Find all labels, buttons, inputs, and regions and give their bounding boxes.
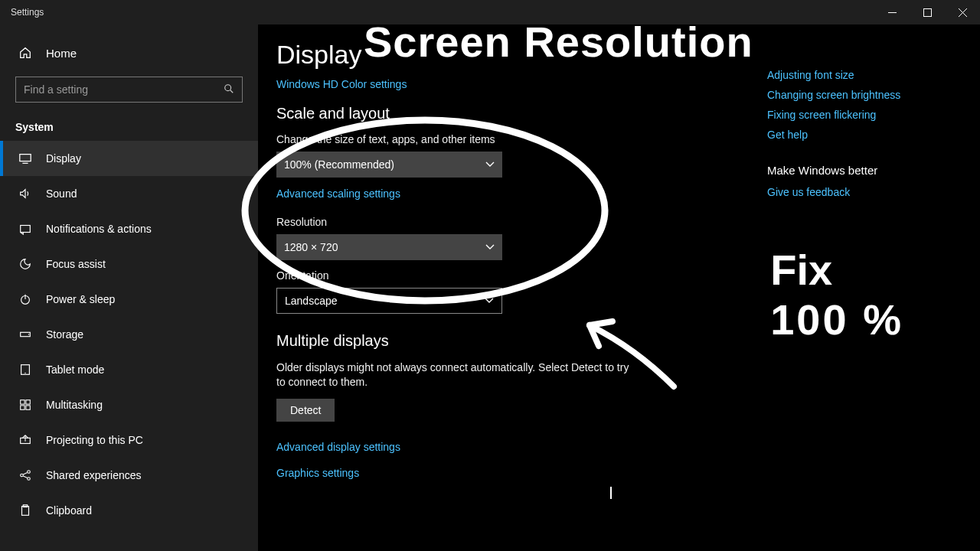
sidebar-item-label: Sound [46,187,77,200]
help-link-gethelp[interactable]: Get help [767,129,966,141]
sidebar-item-projecting[interactable]: Projecting to this PC [0,422,258,458]
svg-rect-16 [26,400,30,404]
right-column: Adjusting font size Changing screen brig… [767,24,966,206]
search-input[interactable]: Find a setting [15,77,243,103]
sidebar-item-tablet[interactable]: Tablet mode [0,352,258,387]
sidebar-item-focus-assist[interactable]: Focus assist [0,246,258,282]
advanced-scaling-link[interactable]: Advanced scaling settings [276,187,400,200]
svg-point-22 [28,478,31,481]
svg-rect-25 [22,507,29,516]
svg-line-24 [23,476,27,478]
orientation-value: Landscape [285,295,338,307]
sidebar-item-storage[interactable]: Storage [0,317,258,352]
orientation-label: Orientation [276,269,705,282]
scale-label: Change the size of text, apps, and other… [276,133,705,145]
chevron-down-icon [485,158,495,171]
window-title: Settings [0,7,874,18]
svg-point-20 [21,474,24,477]
scale-section-title: Scale and layout [276,105,705,122]
projecting-icon [18,433,32,447]
page-title: Display [276,40,705,70]
sidebar-item-label: Power & sleep [46,293,115,305]
hd-color-link[interactable]: Windows HD Color settings [276,78,407,90]
svg-rect-1 [923,8,931,16]
sidebar-item-power[interactable]: Power & sleep [0,282,258,317]
sidebar-home[interactable]: Home [0,38,258,67]
focus-assist-icon [18,257,32,271]
home-icon [18,46,32,60]
maximize-button[interactable] [910,0,945,24]
orientation-dropdown[interactable]: Landscape [276,288,502,314]
sidebar-item-label: Projecting to this PC [46,434,143,446]
resolution-label: Resolution [276,216,705,228]
feedback-link[interactable]: Give us feedback [767,186,966,198]
svg-point-21 [28,471,31,474]
svg-point-4 [225,84,231,90]
sidebar-group-label: System [0,110,258,141]
svg-rect-6 [20,155,31,161]
power-icon [18,292,32,306]
search-icon [224,83,234,96]
tablet-icon [18,363,32,377]
sidebar-item-label: Tablet mode [46,364,104,376]
svg-rect-17 [21,406,24,409]
sidebar-item-label: Focus assist [46,258,106,270]
help-link-fontsize[interactable]: Adjusting font size [767,69,966,81]
sound-icon [18,187,32,201]
sidebar-item-notifications[interactable]: Notifications & actions [0,211,258,246]
sidebar-item-multitasking[interactable]: Multitasking [0,387,258,422]
help-link-flickering[interactable]: Fixing screen flickering [767,109,966,121]
storage-icon [18,328,32,341]
sidebar-item-label: Multitasking [46,399,103,411]
svg-rect-15 [21,400,24,404]
display-icon [18,152,32,165]
sidebar-item-label: Notifications & actions [46,223,152,235]
svg-point-12 [28,334,29,334]
sidebar-item-label: Shared experiences [46,469,142,481]
help-link-brightness[interactable]: Changing screen brightness [767,89,966,101]
graphics-settings-link[interactable]: Graphics settings [276,467,359,479]
notifications-icon [18,222,32,236]
multiple-displays-desc: Older displays might not always connect … [276,360,636,390]
sidebar-item-display[interactable]: Display [0,141,258,176]
multiple-displays-title: Multiple displays [276,332,705,350]
sidebar-item-label: Storage [46,328,83,341]
search-placeholder: Find a setting [24,83,224,96]
scale-value: 100% (Recommended) [284,158,394,171]
sidebar-home-label: Home [46,47,77,60]
titlebar: Settings [0,0,980,24]
chevron-down-icon [485,295,494,307]
svg-rect-18 [26,406,30,409]
sidebar: Home Find a setting System Display Sound… [0,24,258,551]
resolution-dropdown[interactable]: 980 × 551 [276,234,502,260]
close-button[interactable] [945,0,980,24]
resolution-value: 980 × 551 [284,241,338,253]
multitasking-icon [18,398,32,412]
sidebar-item-shared[interactable]: Shared experiences [0,458,258,493]
shared-icon [18,468,32,482]
scale-dropdown[interactable]: 100% (Recommended) [276,152,502,178]
sidebar-item-clipboard[interactable]: Clipboard [0,493,258,528]
text-cursor [610,487,612,499]
svg-point-14 [24,373,25,373]
sidebar-item-label: Clipboard [46,504,92,517]
sidebar-item-label: Display [46,152,81,165]
clipboard-icon [18,504,32,517]
svg-line-5 [230,90,234,93]
make-better-header: Make Windows better [767,164,966,177]
svg-line-23 [23,472,27,474]
chevron-down-icon [485,241,495,253]
detect-button[interactable]: Detect [276,399,335,422]
svg-rect-8 [21,226,31,233]
sidebar-item-sound[interactable]: Sound [0,176,258,211]
advanced-display-link[interactable]: Advanced display settings [276,441,400,453]
main-content: Display Windows HD Color settings Scale … [258,24,980,551]
minimize-button[interactable] [874,0,910,24]
